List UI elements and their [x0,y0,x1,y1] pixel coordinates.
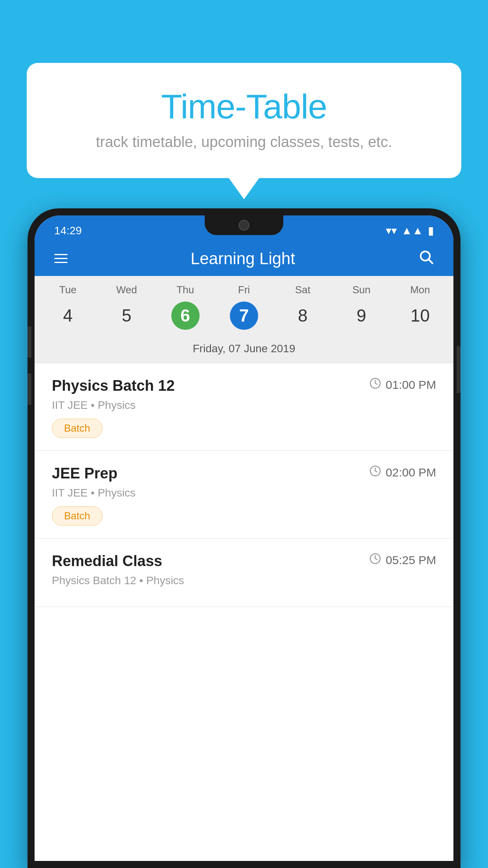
calendar-day-thu[interactable]: Thu6 [156,284,215,336]
phone-notch [205,215,283,235]
day-number: 8 [288,302,317,330]
calendar-day-sat[interactable]: Sat8 [273,284,332,336]
schedule-list: Physics Batch 1201:00 PMIIT JEE • Physic… [35,363,453,861]
day-label: Thu [176,284,194,296]
day-number: 4 [54,302,82,330]
signal-icon: ▲▲ [402,224,423,237]
info-card: Time-Table track timetable, upcoming cla… [27,63,461,178]
schedule-item-time: 02:00 PM [369,465,436,480]
time-text: 01:00 PM [386,378,436,392]
clock-icon [369,465,381,480]
schedule-item[interactable]: Physics Batch 1201:00 PMIIT JEE • Physic… [35,363,453,451]
schedule-item-category: Physics Batch 12 • Physics [52,574,436,587]
calendar-day-wed[interactable]: Wed5 [97,284,156,336]
selected-date-label: Friday, 07 June 2019 [35,336,453,363]
days-row: Tue4Wed5Thu6Fri7Sat8Sun9Mon10 [35,284,453,336]
day-number: 7 [230,302,258,330]
schedule-item-category: IIT JEE • Physics [52,487,436,499]
day-label: Fri [238,284,250,296]
day-label: Wed [116,284,137,296]
day-number: 5 [112,302,141,330]
svg-line-1 [429,260,433,263]
volume-up-button [28,326,31,358]
schedule-item-name: JEE Prep [52,465,117,482]
day-label: Mon [410,284,430,296]
clock-icon [369,377,381,392]
day-number: 6 [171,302,200,330]
status-time: 14:29 [54,224,82,237]
volume-down-button [28,373,31,405]
clock-icon [369,553,381,567]
calendar-day-tue[interactable]: Tue4 [39,284,97,336]
app-bar: Learning Light [35,241,453,276]
app-bar-title: Learning Light [191,249,295,268]
schedule-item-time: 01:00 PM [369,377,436,392]
schedule-item-name: Physics Batch 12 [52,377,175,394]
card-subtitle: track timetable, upcoming classes, tests… [58,134,430,151]
schedule-item-name: Remedial Class [52,553,162,570]
phone-camera [238,220,250,231]
status-icons: ▾▾ ▲▲ ▮ [386,224,434,237]
batch-badge: Batch [52,419,103,438]
phone-screen: 14:29 ▾▾ ▲▲ ▮ Learning Light [35,215,453,861]
day-number: 9 [347,302,376,330]
calendar-day-mon[interactable]: Mon10 [391,284,449,336]
time-text: 05:25 PM [386,554,436,567]
schedule-item[interactable]: Remedial Class05:25 PMPhysics Batch 12 •… [35,539,453,607]
calendar-strip: Tue4Wed5Thu6Fri7Sat8Sun9Mon10 Friday, 07… [35,276,453,363]
day-label: Sat [295,284,310,296]
battery-icon: ▮ [428,224,434,237]
calendar-day-sun[interactable]: Sun9 [332,284,391,336]
schedule-item-time: 05:25 PM [369,553,436,567]
power-button [457,346,460,393]
day-label: Tue [59,284,77,296]
search-icon[interactable] [418,249,434,268]
schedule-item[interactable]: JEE Prep02:00 PMIIT JEE • PhysicsBatch [35,451,453,539]
time-text: 02:00 PM [386,466,436,479]
day-number: 10 [406,302,434,330]
schedule-item-category: IIT JEE • Physics [52,399,436,412]
hamburger-menu-button[interactable] [54,254,68,263]
phone-frame: 14:29 ▾▾ ▲▲ ▮ Learning Light [28,208,460,868]
calendar-day-fri[interactable]: Fri7 [215,284,273,336]
card-title: Time-Table [58,86,430,127]
wifi-icon: ▾▾ [386,224,397,237]
batch-badge: Batch [52,506,103,526]
day-label: Sun [352,284,371,296]
